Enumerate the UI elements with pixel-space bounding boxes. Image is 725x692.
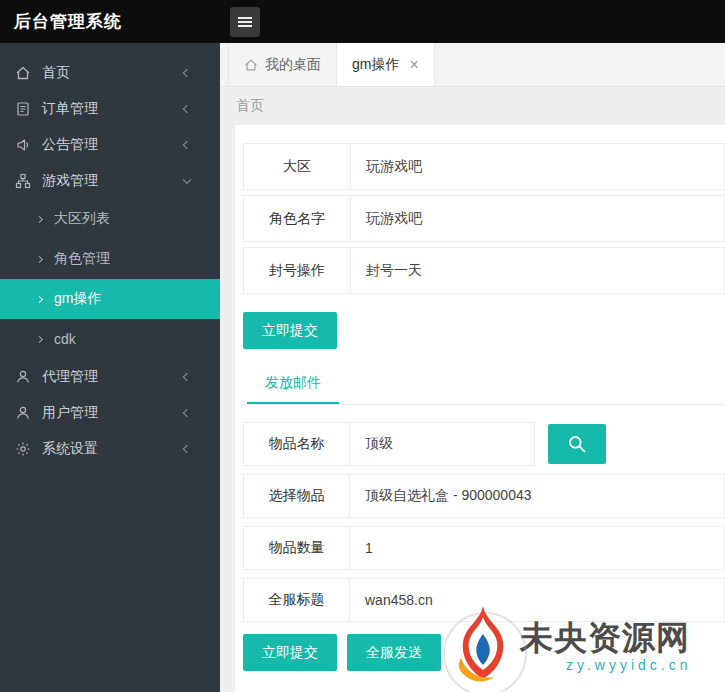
ban-action-label: 封号操作 <box>244 248 351 293</box>
sidebar-subitem-cdk[interactable]: cdk <box>0 319 220 359</box>
tab-label: gm操作 <box>352 56 399 74</box>
arrow-right-icon <box>36 335 43 342</box>
sidebar: 首页 订单管理 公告管理 游戏管理 大区列表 角色管理 gm操作 cd <box>0 43 220 692</box>
tab-label: 我的桌面 <box>265 56 321 74</box>
sidebar-item-game-management[interactable]: 游戏管理 <box>0 163 220 199</box>
chevron-left-icon <box>183 105 191 113</box>
item-name-label: 物品名称 <box>243 422 350 466</box>
region-label: 大区 <box>244 144 351 189</box>
sidebar-item-label: 系统设置 <box>42 440 98 458</box>
order-list-icon <box>15 101 31 117</box>
arrow-right-icon <box>36 295 43 302</box>
app-title: 后台管理系统 <box>0 10 220 33</box>
chevron-down-icon <box>183 176 191 184</box>
form-card: 大区 玩游戏吧 角色名字 玩游戏吧 封号操作 封号一天 立即提交 发放邮件 物品… <box>235 125 725 692</box>
desktop-home-icon <box>244 58 258 72</box>
sidebar-subitem-label: 角色管理 <box>54 250 110 268</box>
sidebar-item-orders[interactable]: 订单管理 <box>0 91 220 127</box>
sidebar-item-label: 首页 <box>42 64 70 82</box>
speaker-icon <box>15 137 31 153</box>
mail-submit-button[interactable]: 立即提交 <box>243 634 337 671</box>
send-all-servers-button[interactable]: 全服发送 <box>347 634 441 671</box>
breadcrumb: 首页 <box>220 87 725 125</box>
tab-my-desktop[interactable]: 我的桌面 <box>228 43 337 86</box>
form-row-role-name: 角色名字 玩游戏吧 <box>243 195 725 242</box>
gear-icon <box>15 441 31 457</box>
sitemap-icon <box>15 173 31 189</box>
main-content: 我的桌面 gm操作 × 首页 大区 玩游戏吧 角色名字 玩游戏吧 封号操作 封号… <box>220 43 725 692</box>
home-icon <box>15 65 31 81</box>
sidebar-item-users[interactable]: 用户管理 <box>0 395 220 431</box>
quantity-input[interactable] <box>350 526 725 570</box>
sidebar-item-label: 游戏管理 <box>42 172 98 190</box>
form-row-region: 大区 玩游戏吧 <box>243 143 725 190</box>
form-row-server-title: 全服标题 <box>243 578 725 622</box>
item-select-label: 选择物品 <box>243 474 350 518</box>
hamburger-menu-button[interactable] <box>230 7 260 37</box>
breadcrumb-home-link[interactable]: 首页 <box>236 97 264 115</box>
mail-form: 物品名称 选择物品 顶级自选礼盒 - 900000043 物品数量 全服标题 <box>243 422 725 671</box>
sidebar-subitem-gm-operation[interactable]: gm操作 <box>0 279 220 319</box>
item-select[interactable]: 顶级自选礼盒 - 900000043 <box>350 474 725 518</box>
arrow-right-icon <box>36 255 43 262</box>
chevron-left-icon <box>183 409 191 417</box>
sidebar-subitem-label: 大区列表 <box>54 210 110 228</box>
role-name-select[interactable]: 玩游戏吧 <box>351 196 724 241</box>
region-select[interactable]: 玩游戏吧 <box>351 144 724 189</box>
sidebar-item-home[interactable]: 首页 <box>0 55 220 91</box>
chevron-left-icon <box>183 141 191 149</box>
search-icon <box>567 434 587 454</box>
form-row-ban-action: 封号操作 封号一天 <box>243 247 725 294</box>
tab-bar: 我的桌面 gm操作 × <box>220 43 725 87</box>
sidebar-item-system-settings[interactable]: 系统设置 <box>0 431 220 467</box>
tab-send-mail[interactable]: 发放邮件 <box>247 365 339 404</box>
sidebar-item-agents[interactable]: 代理管理 <box>0 359 220 395</box>
ban-submit-button[interactable]: 立即提交 <box>243 312 337 349</box>
sidebar-subitem-label: gm操作 <box>54 290 101 308</box>
user-icon <box>15 405 31 421</box>
hamburger-icon <box>238 21 252 23</box>
chevron-left-icon <box>183 373 191 381</box>
sidebar-subitem-role-management[interactable]: 角色管理 <box>0 239 220 279</box>
server-title-label: 全服标题 <box>243 578 350 622</box>
sidebar-item-label: 代理管理 <box>42 368 98 386</box>
sidebar-item-label: 用户管理 <box>42 404 98 422</box>
person-icon <box>15 369 31 385</box>
sidebar-subitem-region-list[interactable]: 大区列表 <box>0 199 220 239</box>
form-row-quantity: 物品数量 <box>243 526 725 570</box>
quantity-label: 物品数量 <box>243 526 350 570</box>
role-name-label: 角色名字 <box>244 196 351 241</box>
server-title-input[interactable] <box>350 578 725 622</box>
arrow-right-icon <box>36 215 43 222</box>
close-icon[interactable]: × <box>409 57 418 73</box>
item-name-input[interactable] <box>350 422 535 466</box>
form-row-item-select: 选择物品 顶级自选礼盒 - 900000043 <box>243 474 725 518</box>
mail-buttons-row: 立即提交 全服发送 <box>243 634 725 671</box>
chevron-left-icon <box>183 69 191 77</box>
mail-tab-header: 发放邮件 <box>243 365 725 405</box>
tab-gm-operation[interactable]: gm操作 × <box>337 43 435 86</box>
sidebar-item-announcements[interactable]: 公告管理 <box>0 127 220 163</box>
chevron-left-icon <box>183 445 191 453</box>
sidebar-item-label: 公告管理 <box>42 136 98 154</box>
sidebar-item-label: 订单管理 <box>42 100 98 118</box>
item-search-button[interactable] <box>548 424 606 464</box>
form-row-item-name: 物品名称 <box>243 422 725 466</box>
sidebar-subitem-label: cdk <box>54 331 76 347</box>
ban-action-select[interactable]: 封号一天 <box>351 248 724 293</box>
top-header: 后台管理系统 <box>0 0 725 43</box>
